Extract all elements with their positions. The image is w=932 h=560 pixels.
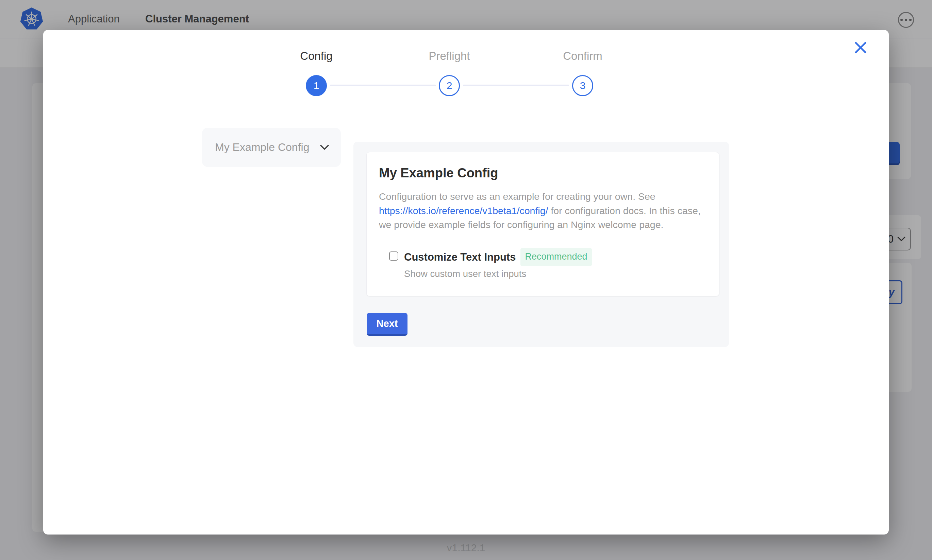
config-group-description: Configuration to serve as an example for…	[379, 189, 707, 232]
step-label-preflight: Preflight	[412, 49, 487, 63]
config-option-row: Customize Text InputsRecommended	[389, 249, 707, 267]
config-group-title: My Example Config	[379, 165, 707, 181]
checkbox-label[interactable]: Customize Text InputsRecommended	[404, 249, 592, 267]
config-group-card: My Example Config Configuration to serve…	[366, 152, 719, 296]
customize-text-inputs-checkbox[interactable]	[389, 251, 398, 261]
config-group-dropdown-label: My Example Config	[215, 141, 309, 154]
close-icon[interactable]	[854, 41, 867, 54]
checkbox-label-text: Customize Text Inputs	[404, 251, 516, 263]
step-circle-preflight[interactable]: 2	[439, 75, 460, 96]
config-group-dropdown[interactable]: My Example Config	[202, 128, 341, 167]
config-group-panel: My Example Config Configuration to serve…	[353, 142, 729, 347]
step-label-config: Config	[279, 49, 354, 63]
recommended-badge: Recommended	[520, 248, 591, 266]
step-circle-confirm[interactable]: 3	[572, 75, 593, 96]
config-wizard-modal: Config Preflight Confirm 1 2 3 My Exampl…	[43, 30, 889, 534]
checkbox-help-text: Show custom user text inputs	[404, 268, 707, 279]
step-label-confirm: Confirm	[545, 49, 620, 63]
chevron-down-icon	[320, 145, 329, 151]
step-connector	[330, 85, 436, 86]
description-text: Configuration to serve as an example for…	[379, 191, 656, 202]
step-circle-config[interactable]: 1	[306, 75, 327, 96]
config-docs-link[interactable]: https://kots.io/reference/v1beta1/config…	[379, 205, 548, 216]
step-connector	[463, 85, 569, 86]
next-button[interactable]: Next	[367, 313, 407, 336]
